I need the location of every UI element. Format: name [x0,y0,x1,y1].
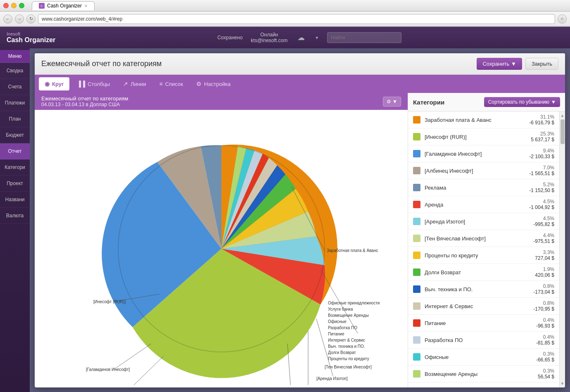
label-pct-pitanie: 0.4% [536,317,554,323]
label-name-tech: Выч. техника и ПО. [425,286,533,292]
scrollbar[interactable]: ▲ ▼ [559,112,565,387]
label-item-inesoft[interactable]: [Инесофт (RUR)] 25.3% 5 637,17 $ [408,128,559,145]
label-item-galam[interactable]: [Галамдинов Инесофт] 9.4% -2 100,33 $ [408,145,559,162]
label-item-alb[interactable]: [Албинец Инесофт] 7.0% -1 565,51 $ [408,162,559,179]
label-item-zp[interactable]: Заработная плата & Аванс 31.1% -6 916,79… [408,112,559,128]
browser-tab[interactable]: C Cash Organizer ✕ [32,1,95,10]
maximize-window-btn[interactable] [19,3,24,8]
label-values-inesoft: 25.3% 5 637,17 $ [531,131,554,143]
report-header: Ежемесячный отчет по категориям Сохранит… [35,53,565,75]
label-amount-arenda: -1 004,92 $ [529,204,554,210]
label-item-ten[interactable]: [Тен Вячеслав Инесофт] 4.4% -975,51 $ [408,230,559,247]
label-item-pitanie[interactable]: Питание 0.4% -96,93 $ [408,315,559,332]
sidebar-item-plan[interactable]: План [0,111,30,127]
tab-nastroika[interactable]: ⚙ Настройка [190,77,236,90]
krug-label: Круг [52,81,64,87]
label-name-alb: [Албинец Инесофт] [425,168,529,174]
sidebar-item-otchet[interactable]: Отчет [0,143,30,159]
label-amount-inesoft: 5 637,17 $ [531,137,554,143]
chart-settings-button[interactable]: ⚙ ▼ [383,97,401,107]
label-item-arendaiz[interactable]: [Аренда Изотоп] 4.5% -995,82 $ [408,213,559,230]
label-pct-internet: 0.8% [533,300,554,306]
bookmark-button[interactable]: ☆ [558,14,567,24]
stolbtsy-icon: ▐▐ [77,81,85,87]
app-status: Сохранено [217,35,242,40]
sidebar: Меню Сводка Счета Платежи План Бюджет От… [0,48,30,392]
label-item-procentykr[interactable]: Проценты по кредиту 3.3% 727,04 $ [408,247,559,264]
sidebar-item-valyuta[interactable]: Валюта [0,208,30,224]
scroll-thumb[interactable] [560,119,565,144]
label-item-tech[interactable]: Выч. техника и ПО. 0.8% -173,04 $ [408,281,559,298]
browser-toolbar: ← → ↻ www.cashorganizer.com/web_4/#rep ☆ [0,12,570,26]
label-text-ofisprin: Офисные принадлежности [328,301,380,305]
label-values-razrabotka: 0.4% -81,85 $ [536,334,554,346]
label-text-zp: Заработная плата & Аванс [327,248,378,253]
app-brand-name: Cash Organizer [7,36,55,44]
label-item-dolgi[interactable]: Долги Возврат 1.9% 420,06 $ [408,264,559,281]
label-values-dolgi: 1.9% 420,06 $ [535,266,554,278]
label-item-vozmesh[interactable]: Возмещение Аренды 0.3% 56,54 $ [408,366,559,382]
close-window-btn[interactable] [3,3,9,8]
label-color-procentykr [413,252,420,259]
sidebar-item-nazvanie[interactable]: Названи [0,192,30,208]
save-label: Сохранить [482,61,509,67]
label-color-ofisnye [413,353,420,361]
label-values-ofisnye: 0.3% -66,65 $ [536,351,554,363]
minimize-window-btn[interactable] [11,3,17,8]
back-button[interactable]: ← [3,14,12,24]
scroll-down-arrow[interactable]: ▼ [560,380,565,387]
app-brand: Inesoft Cash Organizer [7,31,55,44]
label-color-ten [413,235,420,242]
sort-button[interactable]: Сортировать по убыванию ▼ [484,97,560,107]
report-body: Ежемесячный отчет по категориям 04.03.13… [35,93,565,387]
scroll-up-arrow[interactable]: ▲ [560,112,565,119]
tab-linii[interactable]: ↗ Линии [117,77,152,90]
tab-stolbtsy[interactable]: ▐▐ Столбцы [71,77,116,90]
label-values-reklama: 5.2% -1 152,50 $ [529,182,554,193]
report-title: Ежемесячный отчет по категориям [41,59,162,68]
label-text-razrabotkapo: Разработка ПО [328,325,357,330]
search-input[interactable] [327,32,401,43]
tab-spisok[interactable]: ≡ Список [154,77,189,90]
label-color-alb [413,167,420,174]
label-item-reklama[interactable]: Реклама 5.2% -1 152,50 $ [408,179,559,196]
label-color-arenda [413,201,420,208]
forward-button[interactable]: → [15,14,24,24]
label-text-ofisnye: Офисные [328,319,347,324]
sidebar-item-svod[interactable]: Сводка [0,63,30,79]
close-button[interactable]: Закрыть [525,58,558,70]
scroll-track[interactable] [560,119,565,380]
label-pct-alb: 7.0% [529,165,554,171]
label-text-arendaiz: [Аренда Изотоп] [316,376,348,381]
label-color-dolgi [413,268,420,276]
tab-close-btn[interactable]: ✕ [84,4,88,8]
sidebar-item-byudzhet[interactable]: Бюджет [0,127,30,143]
sidebar-item-platezhi[interactable]: Платежи [0,95,30,111]
label-item-ofisnye[interactable]: Офисные 0.3% -66,65 $ [408,349,559,366]
sidebar-item-proekt[interactable]: Проект [0,176,30,192]
save-button[interactable]: Сохранить ▼ [477,58,522,70]
label-pct-procentykr: 3.3% [535,249,554,255]
sidebar-item-scheta[interactable]: Счета [0,79,30,95]
tab-krug[interactable]: ◉ Круг [39,77,69,90]
refresh-button[interactable]: ↻ [26,14,36,24]
labels-panel: Категории Сортировать по убыванию ▼ Зара… [408,93,565,387]
sort-dropdown-icon: ▼ [551,99,556,105]
tab-favicon: C [39,3,45,9]
spisok-icon: ≡ [159,81,163,87]
address-bar[interactable]: www.cashorganizer.com/web_4/#rep [38,14,555,24]
label-values-arendaiz: 4.5% -995,82 $ [533,216,554,227]
chart-subtitle-info: Ежемесячный отчет по категориям 04.03.13… [41,95,128,107]
chart-subtitle-bar: Ежемесячный отчет по категориям 04.03.13… [35,93,408,110]
app-brand-sub: Inesoft [7,31,55,36]
label-name-zp: Заработная плата & Аванс [425,117,529,123]
linii-label: Линии [131,81,146,87]
label-item-razrabotka[interactable]: Разработка ПО 0.4% -81,85 $ [408,332,559,349]
label-item-internet[interactable]: Интернет & Сервис 0.8% -170,95 $ [408,298,559,315]
label-name-procentykr: Проценты по кредиту [425,252,535,259]
label-item-arenda[interactable]: Аренда 4.5% -1 004,92 $ [408,196,559,213]
label-pct-ofisnye: 0.3% [536,351,554,357]
label-color-internet [413,302,420,310]
menu-button[interactable]: Меню [0,50,30,63]
sidebar-item-kategorii[interactable]: Категори [0,159,30,176]
